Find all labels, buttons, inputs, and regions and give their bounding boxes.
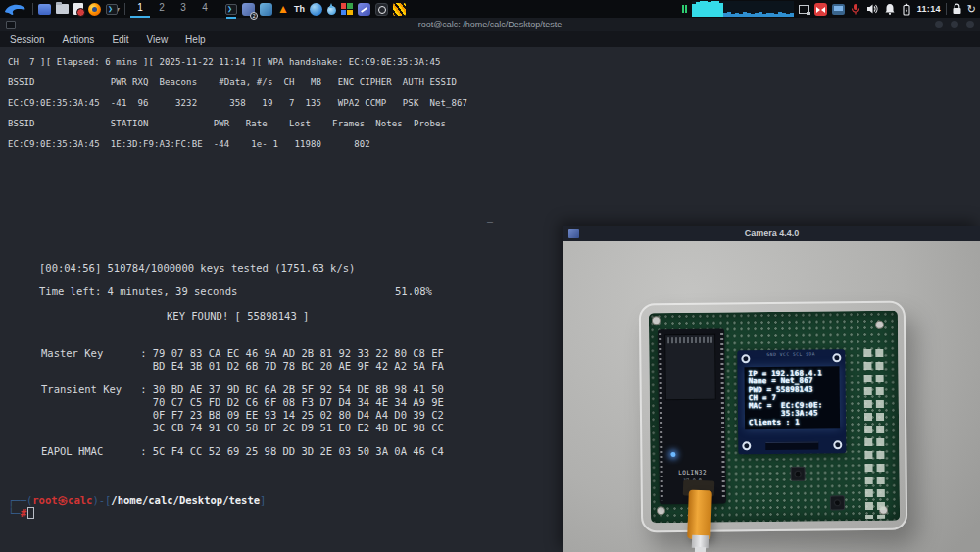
solder-pads-column [863, 349, 873, 519]
battery-icon[interactable] [901, 1, 912, 17]
mounting-hole [742, 441, 751, 450]
taskbar-image-editor-icon[interactable]: 2 [242, 1, 255, 17]
airodump-station-header: BSSID STATION PWR Rate Lost Frames Notes… [8, 119, 446, 128]
water-drop-icon[interactable] [327, 1, 336, 17]
notification-badge: 2 [250, 12, 258, 20]
close-button[interactable] [966, 21, 974, 28]
tactile-button [791, 467, 806, 481]
terminal-window-icon [6, 21, 16, 29]
airodump-station-row: EC:C9:0E:35:3A:45 1E:3D:F9:A3:FC:BE -44 … [8, 139, 370, 149]
usb-connector-nub [695, 547, 706, 552]
mounting-hole [832, 353, 841, 362]
corner-screw [657, 506, 665, 515]
master-key-line-1: Master Key : 79 07 83 CA EC 46 9A AD 2B … [41, 347, 444, 359]
workspace-4[interactable]: 4 [195, 0, 215, 18]
desktop: ▾ 1 2 3 4 2 ▲ Th [0, 0, 980, 552]
notifications-bell-icon[interactable] [884, 1, 896, 17]
master-key-line-2: BD E4 3B 01 D2 6B 7D 78 BC 20 AE 9F 42 A… [41, 360, 444, 372]
oled-pin-labels: GND VCC SCL SDA [755, 351, 827, 357]
prompt-user: root㉿calc [32, 494, 92, 506]
lock-screen-icon[interactable] [952, 1, 962, 17]
prompt-line2: └─ [8, 507, 21, 519]
oled-module: GND VCC SCL SDA IP = 192.168.4.1 Name = … [737, 349, 846, 454]
terminal-titlebar[interactable]: root@calc: /home/calc/Desktop/teste [0, 18, 980, 31]
speaker-icon[interactable] [866, 1, 879, 17]
mounting-hole [741, 354, 750, 363]
usb-cable [687, 490, 712, 540]
separator-dash: — [487, 216, 493, 226]
prompt-close: ] [260, 494, 266, 506]
office-grid-icon[interactable] [341, 1, 353, 17]
camera-app-icon [568, 229, 579, 238]
panel-separator [946, 3, 947, 15]
prompt-mid: )-[ [92, 494, 111, 506]
show-desktop-icon[interactable] [38, 1, 51, 17]
file-manager-icon[interactable] [56, 1, 69, 17]
airodump-ap-header: BSSID PWR RXQ Beacons #Data, #/s CH MB E… [8, 77, 457, 87]
prompt-open: ┌──( [8, 494, 32, 506]
solder-pads-column [875, 349, 885, 519]
panel-separator [220, 3, 220, 15]
obs-recorder-icon[interactable] [375, 1, 388, 17]
menu-view[interactable]: View [147, 34, 169, 45]
tactile-button [830, 495, 845, 510]
taskbar-terminal-icon[interactable] [225, 1, 237, 17]
status-led [670, 452, 675, 457]
microphone-icon[interactable] [850, 1, 861, 17]
clock[interactable]: 11:14 [917, 4, 941, 14]
airodump-status-line: CH 7 ][ Elapsed: 6 mins ][ 2025-11-22 11… [8, 57, 440, 67]
esp32-module [664, 334, 716, 401]
corner-screw [652, 316, 661, 325]
oled-connector [765, 442, 818, 451]
minimize-button[interactable] [935, 21, 943, 28]
transient-key-line-2: 70 C7 C5 FD D2 C6 6F 08 F3 D7 D4 34 4E 3… [41, 396, 444, 408]
transient-key-line-3: 0F F7 23 B8 09 EE 93 14 25 02 80 D4 A4 D… [41, 409, 444, 421]
eapol-hmac-line: EAPOL HMAC : 5C F4 CC 52 69 25 98 DD 3D … [41, 445, 444, 457]
pause-indicator-icon[interactable] [682, 1, 687, 17]
chat-icon[interactable] [358, 1, 370, 17]
aircrack-progress-line: [00:04:56] 510784/1000000 keys tested (1… [39, 262, 355, 274]
terminal-cursor [27, 507, 34, 519]
panel-separator [32, 3, 33, 15]
text-editor-icon[interactable] [74, 1, 83, 17]
menu-session[interactable]: Session [10, 34, 45, 45]
camera-window-title: Camera 4.4.0 [564, 228, 980, 238]
transient-key-line-4: 3C CB 74 91 C0 58 DF 2C D9 51 E0 E2 4B D… [41, 422, 444, 433]
menu-actions[interactable]: Actions [63, 34, 95, 45]
shell-prompt-line-1: ┌──(root㉿calc)-[/home/calc/Desktop/teste… [8, 494, 266, 508]
camera-titlebar[interactable]: Camera 4.4.0 [564, 226, 980, 241]
menu-help[interactable]: Help [185, 34, 206, 45]
terminal-window-title: root@calc: /home/calc/Desktop/teste [0, 20, 980, 29]
browser-globe-icon[interactable] [310, 1, 322, 17]
vlc-icon[interactable]: ▲ [277, 1, 289, 17]
shell-prompt-line-2: └─# [8, 507, 34, 519]
screenshot-region-icon[interactable] [799, 1, 809, 17]
aircrack-percent: 51.08% [395, 285, 432, 297]
screen-recorder-icon[interactable] [814, 1, 827, 17]
power-menu-icon[interactable]: ↻ [967, 1, 976, 17]
texstudio-icon[interactable]: Th [294, 1, 305, 17]
kali-menu-icon[interactable] [4, 1, 27, 17]
stripes-app-icon[interactable] [393, 1, 406, 17]
corner-screw [875, 321, 884, 329]
workspace-3[interactable]: 3 [173, 0, 193, 18]
workspace-1[interactable]: 1 [130, 0, 150, 18]
terminal-launcher-icon[interactable]: ▾ [106, 1, 120, 17]
aircrack-time-left: Time left: 4 minutes, 39 seconds [39, 285, 237, 297]
devboard-label: LOLIN32 [660, 469, 726, 477]
display-settings-icon[interactable] [832, 1, 845, 17]
menu-edit[interactable]: Edit [112, 34, 128, 45]
cpu-graph[interactable] [692, 1, 794, 17]
mounting-hole [833, 440, 842, 449]
transient-key-line-1: Transient Key : 30 BD AE 37 9D BC 6A 2B … [41, 383, 444, 395]
camera-feed: LOLIN32 V1.0.0 GND VCC SCL SDA IP = 192.… [564, 241, 980, 552]
prompt-path: /home/calc/Desktop/teste [111, 494, 260, 506]
workspace-2[interactable]: 2 [152, 0, 172, 18]
esp32-devboard: LOLIN32 V1.0.0 [658, 329, 726, 505]
maximize-button[interactable] [951, 21, 958, 28]
camera-window: Camera 4.4.0 LOLIN32 V1.0.0 [564, 226, 980, 552]
taskbar-screensaver-icon[interactable] [260, 1, 272, 17]
oled-screen: IP = 192.168.4.1 Name = Net_867 PWD = 55… [744, 366, 840, 429]
firefox-icon[interactable] [88, 1, 101, 17]
top-panel: ▾ 1 2 3 4 2 ▲ Th [0, 0, 980, 18]
